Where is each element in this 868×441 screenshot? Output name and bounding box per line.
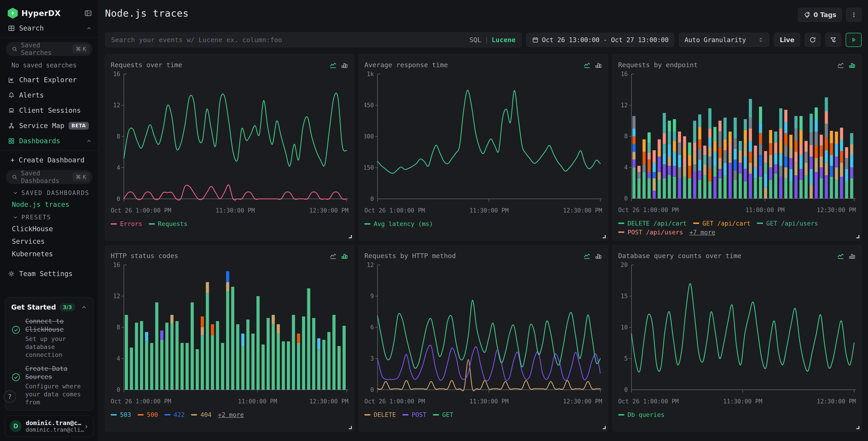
presets-section-toggle[interactable]: PRESETS [0,211,98,223]
legend-swatch [191,414,197,415]
collapse-sidebar-icon[interactable] [84,9,92,17]
saved-dashboards-section-toggle[interactable]: SAVED DASHBOARDS [0,186,98,198]
get-started-item-title: Connect to ClickHouse [25,317,87,334]
select-chevrons-icon [758,37,764,43]
main-content: Node.js traces 0 Tags Search your events… [99,0,868,441]
sidebar-item-label: Alerts [19,91,92,99]
svg-text:12: 12 [113,102,120,109]
dashboard-link-nodejs-traces[interactable]: Node.js traces [0,198,98,211]
resize-handle[interactable] [349,235,352,238]
svg-text:0: 0 [370,196,374,202]
legend-item[interactable]: GET [433,411,453,418]
line-chart-icon[interactable] [583,252,591,260]
x-axis-tick-label: 11:30:00 PM [469,207,508,214]
line-chart-icon[interactable] [583,61,591,69]
chart-legend: DELETEPOSTGET [364,411,602,418]
line-chart-icon[interactable] [837,252,844,260]
legend-item[interactable]: GET /api/cart [693,220,750,227]
bar-chart-icon[interactable] [848,252,856,260]
resize-handle[interactable] [857,235,859,238]
bar-chart-icon[interactable] [848,61,856,69]
user-card[interactable]: D dominic.tran@c… dominic.tran@cli… › [5,415,93,437]
preset-link-services[interactable]: Services [0,235,98,247]
line-chart-icon[interactable] [329,252,337,260]
preset-link-clickhouse[interactable]: ClickHouse [0,223,98,235]
chart-title: Requests over time [111,61,182,69]
granularity-select[interactable]: Auto Granularity [679,33,769,47]
get-started-item-connect[interactable]: Connect to ClickHouse Set up your databa… [11,317,87,359]
line-chart-icon[interactable] [837,61,844,69]
legend-item[interactable]: Errors [111,220,142,227]
bar-chart-icon[interactable] [341,61,348,69]
resize-handle[interactable] [857,426,859,429]
legend-item[interactable]: DELETE [364,411,396,418]
help-button[interactable]: ? [4,390,16,403]
no-saved-searches-text: No saved searches [0,58,98,72]
x-axis-tick-label: 11:00:00 PM [745,207,785,213]
sidebar-item-dashboards[interactable]: Dashboards [0,133,98,149]
x-axis-tick-label: Oct 26 1:00:00 PM [364,207,425,214]
sidebar-item-team-settings[interactable]: Team Settings [0,266,98,281]
get-started-item-desc: Configure where your data comes from [25,382,87,406]
resize-handle[interactable] [603,426,606,429]
more-menu-button[interactable] [846,8,862,22]
legend-item[interactable]: DELETE /api/cart [618,220,687,227]
create-dashboard-button[interactable]: + Create Dashboard [0,152,98,168]
lucene-toggle[interactable]: Lucene [492,36,516,44]
calendar-icon [532,36,539,43]
legend-item[interactable]: POST [402,411,427,418]
gear-icon [8,270,15,277]
svg-text:6: 6 [370,324,374,331]
toolbar: Search your events w/ Lucene ex. column:… [105,32,862,48]
svg-text:8: 8 [117,324,120,331]
sidebar-item-service-map[interactable]: Service Map BETA [0,118,98,133]
line-chart-icon[interactable] [329,61,337,69]
svg-text:20: 20 [620,262,627,268]
resize-handle[interactable] [603,235,606,238]
run-query-button[interactable] [846,33,862,47]
sidebar-item-label: Chart Explorer [19,76,92,84]
legend-item[interactable]: 503 [111,411,131,418]
legend-item[interactable]: 500 [137,411,158,418]
sidebar-item-chart-explorer[interactable]: Chart Explorer [0,72,98,87]
bar-chart-icon[interactable] [594,61,602,69]
time-range-button[interactable]: Oct 26 13:00:00 - Oct 27 13:00:00 [526,33,674,47]
sidebar-item-alerts[interactable]: Alerts [0,87,98,103]
avatar: D [10,420,22,432]
get-started-item-desc: Set up your database connection [25,335,87,359]
filter-button[interactable] [825,33,841,47]
live-button[interactable]: Live [774,33,800,47]
check-circle-icon [11,373,21,382]
legend-item[interactable]: Requests [149,220,188,227]
bar-chart-icon[interactable] [341,252,348,260]
legend-item[interactable]: POST /api/users [618,229,683,236]
hyperdx-logo-icon [8,8,18,19]
brand[interactable]: HyperDX [8,8,61,19]
get-started-item-sources[interactable]: Create Data Sources Configure where your… [11,365,87,406]
refresh-button[interactable] [805,33,820,47]
legend-more-link[interactable]: +7 more [689,229,715,236]
legend-swatch [402,414,408,415]
preset-link-kubernetes[interactable]: Kubernetes [0,247,98,260]
legend-item[interactable]: Avg latency (ms) [364,220,433,227]
event-search-input[interactable]: Search your events w/ Lucene ex. column:… [105,32,522,48]
legend-item[interactable]: 404 [191,411,212,418]
x-axis-tick-label: Oct 26 1:00:00 PM [618,207,679,213]
sidebar-item-search[interactable]: Search [0,21,98,36]
legend-item[interactable]: 422 [164,411,185,418]
saved-dashboards-input[interactable]: Saved Dashboards ⌘ K [6,170,92,184]
saved-searches-input[interactable]: Saved Searches ⌘ K [6,42,92,56]
sql-toggle[interactable]: SQL [469,36,481,44]
legend-more-link[interactable]: +2 more [218,411,244,418]
bar-chart-icon[interactable] [594,252,602,260]
resize-handle[interactable] [349,426,352,429]
tags-button[interactable]: 0 Tags [798,8,842,22]
legend-swatch [757,223,763,224]
refresh-icon [809,36,816,43]
legend-item[interactable]: GET /api/users [757,220,818,227]
chevron-up-icon[interactable] [81,304,87,311]
sidebar-item-client-sessions[interactable]: Client Sessions [0,103,98,118]
legend-swatch [137,414,144,415]
legend-item[interactable]: Db queries [618,411,665,418]
legend-label: Db queries [627,411,665,418]
